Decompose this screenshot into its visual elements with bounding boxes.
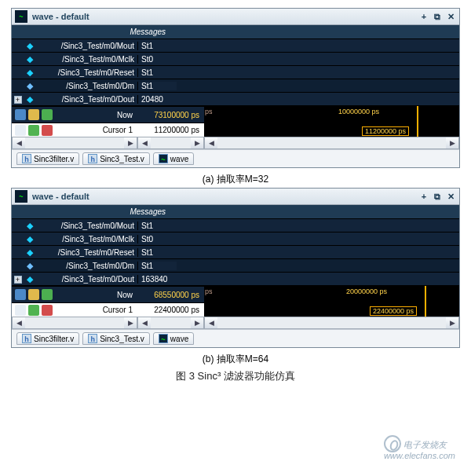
window-title: wave - default [32,192,418,201]
signal-name[interactable]: /Sinc3_Test/m0/Dout [35,275,137,284]
signal-value: St0 [137,235,177,243]
cursor-value: 11200000 ps [137,126,204,134]
signal-name[interactable]: /Sinc3_Test/m0/Reset [35,248,137,257]
scroll-left-icon[interactable]: ◀ [205,137,217,148]
signal-row[interactable]: ◆ /Sinc3_Test/m0/Mout St1 [12,219,459,233]
tool-icon[interactable] [15,109,26,120]
scroll-left-icon[interactable]: ◀ [13,317,25,328]
time-ruler[interactable]: ps 10000000 ps [204,106,459,123]
tool-icon[interactable] [15,305,26,316]
signal-row[interactable]: ◆ /Sinc3_Test/m0/Reset St1 [12,66,459,79]
diamond-icon: ◆ [24,247,35,258]
tool-icon[interactable] [42,109,53,120]
ruler-mark: 10000000 ps [338,108,379,115]
subcaption-b: (b) 抽取率M=64 [11,351,460,368]
signal-name[interactable]: /Sinc3_Test/m0/Dm [35,82,137,90]
titlebar: ~ wave - default + ⧉ ✕ [12,189,459,205]
messages-label: Messages [67,207,169,216]
watermark-url: www.elecfans.com [384,451,455,460]
tab-file[interactable]: hSinc3_Test.v [82,332,150,345]
diamond-icon: ◆ [24,41,35,51]
wave-window-a: ~ wave - default + ⧉ ✕ Messages ◆ /Sinc3… [11,8,460,168]
signal-name[interactable]: /Sinc3_Test/m0/Reset [35,68,137,77]
scroll-right-icon[interactable]: ▶ [124,317,137,328]
scroll-left-icon[interactable]: ◀ [138,137,151,148]
signal-row[interactable]: + ◆ /Sinc3_Test/m0/Dout 163840 0 2379 75… [12,273,459,286]
expand-icon[interactable]: + [14,276,22,284]
scroll-left-icon[interactable]: ◀ [13,137,25,148]
dock-icon[interactable]: ⧉ [432,12,443,22]
remove-icon[interactable] [42,305,53,316]
tab-label: wave [170,155,188,163]
scroll-right-icon[interactable]: ▶ [124,137,137,148]
time-ruler[interactable]: ps 20000000 ps [204,286,459,303]
tool-icon[interactable] [42,289,53,300]
signal-row[interactable]: ◆ /Sinc3_Test/m0/Mclk St0 [12,233,459,246]
tab-wave[interactable]: ~wave [153,332,194,345]
scroll-right-icon[interactable]: ▶ [446,317,458,328]
signal-name[interactable]: /Sinc3_Test/m0/Dout [35,95,137,104]
diamond-icon: ◆ [24,81,35,91]
signal-row[interactable]: + ◆ /Sinc3_Test/m0/Dout 20480 0 189 8562… [12,93,459,106]
scrollbar[interactable] [217,137,446,148]
column-header: Messages [12,25,459,39]
close-icon[interactable]: ✕ [445,192,456,202]
scrollbar[interactable] [151,317,191,328]
cursor-ruler[interactable]: 11200000 ps [204,123,459,137]
tab-file[interactable]: hSinc3filter.v [16,332,79,345]
scroll-right-icon[interactable]: ▶ [446,137,458,148]
signal-row[interactable]: ◆ /Sinc3_Test/m0/Mout St1 [12,39,459,53]
scrollbar[interactable] [25,317,124,328]
ruler-mark: 20000000 ps [346,287,387,295]
undock-icon[interactable]: + [418,12,429,22]
signal-row[interactable]: ◆ /Sinc3_Test/m0/Mclk St0 [12,53,459,66]
add-icon[interactable] [28,125,39,136]
add-icon[interactable] [28,305,39,316]
scroll-right-icon[interactable]: ▶ [191,137,203,148]
signal-value: 163840 [137,275,177,284]
expand-icon[interactable]: + [14,96,22,104]
signal-name[interactable]: /Sinc3_Test/m0/Mout [35,42,137,50]
signal-row[interactable]: ◆ /Sinc3_Test/m0/Reset St1 [12,246,459,259]
tab-file[interactable]: hSinc3_Test.v [82,152,150,165]
scroll-left-icon[interactable]: ◀ [205,317,217,328]
tool-icon[interactable] [15,289,26,300]
scrollbar[interactable] [217,317,446,328]
signal-name[interactable]: /Sinc3_Test/m0/Dm [35,262,137,270]
scrollbar[interactable] [151,137,191,148]
scrollbar-row: ◀▶ ◀▶ ◀▶ [12,317,459,329]
signal-row[interactable]: ◆ /Sinc3_Test/m0/Dm St1 [12,259,459,273]
cursor-ruler[interactable]: 22400000 ps [204,303,459,317]
messages-label: Messages [67,27,169,36]
now-row: Now 73100000 ps ps 10000000 ps [12,106,459,123]
diamond-icon: ◆ [24,261,35,271]
now-value: 68550000 ps [137,291,204,299]
undock-icon[interactable]: + [418,192,429,202]
cursor-value: 22400000 ps [137,306,204,314]
signal-name[interactable]: /Sinc3_Test/m0/Mout [35,222,137,230]
tab-wave[interactable]: ~wave [153,152,194,165]
signal-value: St1 [137,222,177,230]
scroll-left-icon[interactable]: ◀ [138,317,151,328]
now-row: Now 68550000 ps ps 20000000 ps [12,286,459,303]
signal-name[interactable]: /Sinc3_Test/m0/Mclk [35,235,137,243]
remove-icon[interactable] [42,125,53,136]
close-icon[interactable]: ✕ [445,12,456,22]
scroll-right-icon[interactable]: ▶ [191,317,203,328]
ruler-zero: ps [205,108,213,115]
cursor-time-box[interactable]: 22400000 ps [370,306,417,316]
watermark-text: 电子发烧友 [403,440,447,449]
file-h-icon: h [22,334,31,343]
cursor-time-box[interactable]: 11200000 ps [362,126,409,136]
titlebar: ~ wave - default + ⧉ ✕ [12,9,459,25]
tab-file[interactable]: hSinc3filter.v [16,152,79,165]
signal-row[interactable]: ◆ /Sinc3_Test/m0/Dm St1 [12,79,459,93]
tool-icon[interactable] [28,109,39,120]
scrollbar[interactable] [25,137,124,148]
tool-icon[interactable] [28,289,39,300]
tool-icon[interactable] [15,125,26,136]
wave-icon: ~ [159,154,168,163]
dock-icon[interactable]: ⧉ [432,192,443,202]
cursor-row: Cursor 1 11200000 ps 11200000 ps [12,123,459,137]
signal-name[interactable]: /Sinc3_Test/m0/Mclk [35,55,137,64]
